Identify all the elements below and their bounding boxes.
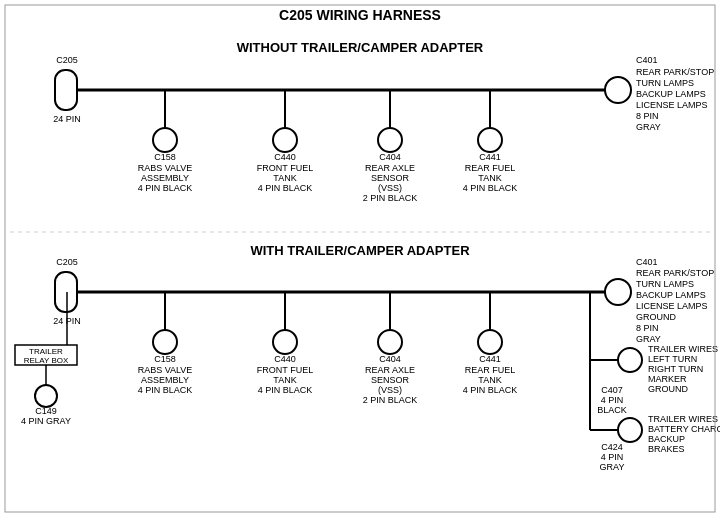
c401-connector-s1 [605, 77, 631, 103]
c401-desc1-s1: REAR PARK/STOP [636, 67, 714, 77]
c407-pin: 4 PIN [601, 395, 624, 405]
c407-desc3: RIGHT TURN [648, 364, 703, 374]
c441-desc1-s1: REAR FUEL [465, 163, 516, 173]
c404-desc2-s1: SENSOR [371, 173, 410, 183]
c424-desc1: TRAILER WIRES [648, 414, 718, 424]
c424-connector [618, 418, 642, 442]
c407-desc1: TRAILER WIRES [648, 344, 718, 354]
c440-label-s2: C440 [274, 354, 296, 364]
c424-desc2: BATTERY CHARGE [648, 424, 720, 434]
c404-desc1-s1: REAR AXLE [365, 163, 415, 173]
c205-connector-s1 [55, 70, 77, 110]
c401-desc3-s1: BACKUP LAMPS [636, 89, 706, 99]
c441-connector-s2 [478, 330, 502, 354]
c158-d3-s2: 4 PIN BLACK [138, 385, 193, 395]
c441-d1-s2: REAR FUEL [465, 365, 516, 375]
c401-desc2-s2: TURN LAMPS [636, 279, 694, 289]
page: C205 WIRING HARNESS WITHOUT TRAILER/CAMP… [0, 0, 720, 517]
c404-desc4-s1: 2 PIN BLACK [363, 193, 418, 203]
c424-color: GRAY [600, 462, 625, 472]
c401-desc4-s2: LICENSE LAMPS [636, 301, 708, 311]
c158-desc1-s1: RABS VALVE [138, 163, 193, 173]
c404-d1-s2: REAR AXLE [365, 365, 415, 375]
c407-desc5: GROUND [648, 384, 688, 394]
c424-label: C424 [601, 442, 623, 452]
c401-desc1-s2: REAR PARK/STOP [636, 268, 714, 278]
section1-title: WITHOUT TRAILER/CAMPER ADAPTER [237, 40, 484, 55]
c401-color-s2: GRAY [636, 334, 661, 344]
c158-label-s1: C158 [154, 152, 176, 162]
c404-connector-s2 [378, 330, 402, 354]
c158-connector-s2 [153, 330, 177, 354]
c407-desc2: LEFT TURN [648, 354, 697, 364]
c401-connector-s2 [605, 279, 631, 305]
c404-d4-s2: 2 PIN BLACK [363, 395, 418, 405]
c404-connector-s1 [378, 128, 402, 152]
c441-label-s1: C441 [479, 152, 501, 162]
c440-d2-s2: TANK [273, 375, 296, 385]
c424-pin: 4 PIN [601, 452, 624, 462]
c205-label-s1: C205 [56, 55, 78, 65]
c401-desc3-s2: BACKUP LAMPS [636, 290, 706, 300]
c441-d3-s2: 4 PIN BLACK [463, 385, 518, 395]
c158-label-s2: C158 [154, 354, 176, 364]
c149-connector [35, 385, 57, 407]
c441-connector-s1 [478, 128, 502, 152]
c158-connector-s1 [153, 128, 177, 152]
c149-label: C149 [35, 406, 57, 416]
c158-desc2-s1: ASSEMBLY [141, 173, 189, 183]
c401-label-s2: C401 [636, 257, 658, 267]
c205-label-s2: C205 [56, 257, 78, 267]
c407-color: BLACK [597, 405, 627, 415]
c407-label: C407 [601, 385, 623, 395]
c407-connector [618, 348, 642, 372]
c401-desc5-s2: GROUND [636, 312, 676, 322]
c440-desc2-s1: TANK [273, 173, 296, 183]
c158-desc3-s1: 4 PIN BLACK [138, 183, 193, 193]
c401-pin-s2: 8 PIN [636, 323, 659, 333]
c440-desc3-s1: 4 PIN BLACK [258, 183, 313, 193]
c401-desc2-s1: TURN LAMPS [636, 78, 694, 88]
c401-desc4-s1: LICENSE LAMPS [636, 100, 708, 110]
c401-pin-s1: 8 PIN [636, 111, 659, 121]
c404-d3-s2: (VSS) [378, 385, 402, 395]
c424-desc4: BRAKES [648, 444, 685, 454]
c424-desc3: BACKUP [648, 434, 685, 444]
main-title: C205 WIRING HARNESS [279, 7, 441, 23]
c404-label-s1: C404 [379, 152, 401, 162]
section2-title: WITH TRAILER/CAMPER ADAPTER [250, 243, 470, 258]
c441-label-s2: C441 [479, 354, 501, 364]
c440-connector-s1 [273, 128, 297, 152]
c205-pin-s1: 24 PIN [53, 114, 81, 124]
c401-label-s1: C401 [636, 55, 658, 65]
trailer-relay-box-label2: RELAY BOX [24, 356, 69, 365]
c441-desc2-s1: TANK [478, 173, 501, 183]
c440-label-s1: C440 [274, 152, 296, 162]
trailer-relay-box-label: TRAILER [29, 347, 63, 356]
c158-d2-s2: ASSEMBLY [141, 375, 189, 385]
c404-d2-s2: SENSOR [371, 375, 410, 385]
c441-desc3-s1: 4 PIN BLACK [463, 183, 518, 193]
c149-pin: 4 PIN GRAY [21, 416, 71, 426]
c440-connector-s2 [273, 330, 297, 354]
c440-d1-s2: FRONT FUEL [257, 365, 313, 375]
c441-d2-s2: TANK [478, 375, 501, 385]
c401-color-s1: GRAY [636, 122, 661, 132]
c407-desc4: MARKER [648, 374, 687, 384]
c440-d3-s2: 4 PIN BLACK [258, 385, 313, 395]
c205-connector-s2 [55, 272, 77, 312]
c440-desc1-s1: FRONT FUEL [257, 163, 313, 173]
c404-desc3-s1: (VSS) [378, 183, 402, 193]
c158-d1-s2: RABS VALVE [138, 365, 193, 375]
c404-label-s2: C404 [379, 354, 401, 364]
